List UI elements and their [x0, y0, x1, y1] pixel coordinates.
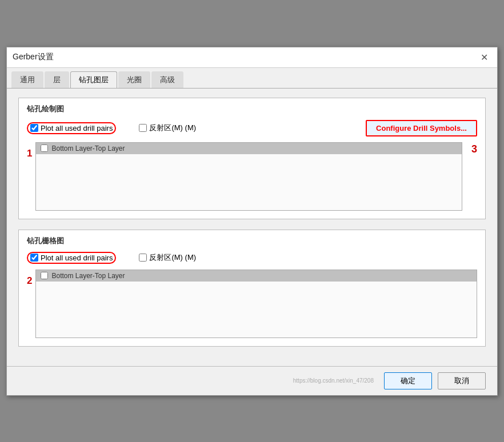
- section2-list-header: Bottom Layer-Top Layer: [36, 270, 477, 282]
- window-title: Gerber设置: [13, 52, 54, 62]
- configure-drill-symbols-button[interactable]: Configure Drill Symbols...: [366, 120, 477, 136]
- tab-content: 钻孔绘制图 Plot all used drill pairs 反射区(M) (…: [7, 89, 497, 366]
- section1-plot-label[interactable]: Plot all used drill pairs: [30, 124, 113, 132]
- section2-mirror-area: 反射区(M) (M): [139, 252, 196, 263]
- section2-number: 2: [27, 275, 32, 287]
- tab-general[interactable]: 通用: [11, 71, 43, 88]
- section1-list-row: 1 Bottom Layer-Top Layer 3: [27, 142, 477, 211]
- drill-grid-section: 钻孔栅格图 Plot all used drill pairs 反射区(M) (…: [18, 230, 486, 347]
- section2-list-box: Bottom Layer-Top Layer: [35, 270, 477, 338]
- section1-title: 钻孔绘制图: [27, 104, 477, 114]
- section1-plot-circle: Plot all used drill pairs: [27, 122, 116, 134]
- section2-plot-label[interactable]: Plot all used drill pairs: [30, 254, 113, 262]
- section1-list-box: Bottom Layer-Top Layer: [35, 142, 462, 211]
- section1-mirror-label: 反射区(M) (M): [149, 123, 196, 133]
- section2-mirror-checkbox[interactable]: [139, 254, 147, 262]
- tab-bar: 通用 层 钻孔图层 光圈 高级: [7, 68, 497, 89]
- tab-advanced[interactable]: 高级: [151, 71, 183, 88]
- tab-layer[interactable]: 层: [45, 71, 69, 88]
- section1-mirror-area: 反射区(M) (M): [139, 123, 196, 133]
- section2-plot-text: Plot all used drill pairs: [41, 254, 113, 262]
- section1-list-container: Bottom Layer-Top Layer: [35, 142, 462, 211]
- section1-list-header: Bottom Layer-Top Layer: [36, 143, 462, 154]
- section1-right-number: 3: [471, 143, 477, 155]
- title-bar: Gerber设置 ✕: [7, 47, 497, 68]
- section2-controls-row: Plot all used drill pairs 反射区(M) (M): [27, 252, 477, 264]
- cancel-button[interactable]: 取消: [438, 372, 486, 389]
- section1-list-header-checkbox[interactable]: [41, 144, 48, 152]
- section2-plot-checkbox[interactable]: [30, 254, 38, 262]
- close-button[interactable]: ✕: [477, 51, 491, 64]
- tab-aperture[interactable]: 光圈: [118, 71, 150, 88]
- ok-button[interactable]: 确定: [384, 372, 432, 389]
- footer: https://blog.csdn.net/xin_47/208 确定 取消: [7, 366, 497, 395]
- section1-plot-checkbox[interactable]: [30, 124, 38, 132]
- section2-list-row: 2 Bottom Layer-Top Layer: [27, 270, 477, 338]
- section1-mirror-checkbox[interactable]: [139, 124, 147, 132]
- section1-controls-row: Plot all used drill pairs 反射区(M) (M) Con…: [27, 120, 477, 136]
- section1-list-header-text: Bottom Layer-Top Layer: [51, 144, 125, 152]
- section2-plot-circle: Plot all used drill pairs: [27, 252, 116, 264]
- section1-number: 1: [27, 148, 32, 159]
- section1-list-body: [36, 154, 462, 208]
- main-window: Gerber设置 ✕ 通用 层 钻孔图层 光圈 高级 钻孔绘制图 Plot al…: [6, 47, 498, 396]
- section2-mirror-label: 反射区(M) (M): [149, 252, 196, 263]
- section2-title: 钻孔栅格图: [27, 236, 477, 246]
- drill-plot-section: 钻孔绘制图 Plot all used drill pairs 反射区(M) (…: [18, 98, 486, 219]
- footer-url: https://blog.csdn.net/xin_47/208: [293, 377, 374, 384]
- section2-list-header-text: Bottom Layer-Top Layer: [51, 272, 125, 280]
- tab-drill[interactable]: 钻孔图层: [70, 71, 117, 88]
- section2-list-header-checkbox[interactable]: [41, 272, 48, 279]
- section2-list-container: Bottom Layer-Top Layer: [35, 270, 477, 338]
- section1-plot-text: Plot all used drill pairs: [41, 124, 113, 132]
- section2-list-body: [36, 282, 477, 336]
